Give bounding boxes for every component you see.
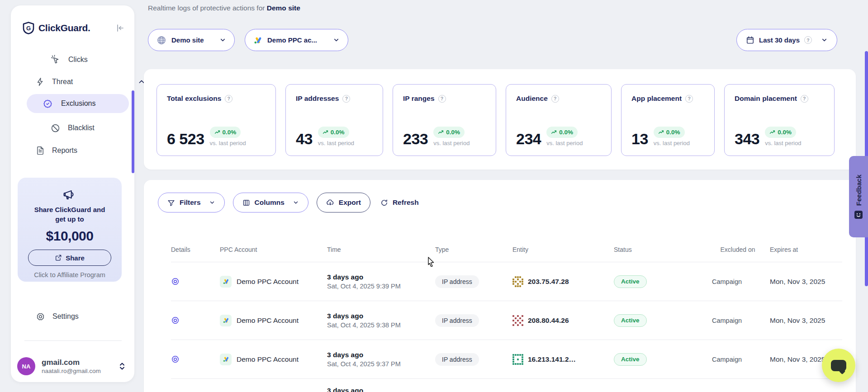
affiliate-program-link[interactable]: Click to Affiliate Program	[18, 271, 122, 279]
filters-button[interactable]: Filters	[158, 193, 225, 213]
exclusions-table: Details PPC Account Time Type Entity Sta…	[171, 237, 842, 392]
site-selector-dropdown[interactable]: Demo site	[148, 29, 235, 51]
help-icon[interactable]: ?	[551, 95, 559, 103]
sidebar-item-label: Blacklist	[68, 124, 95, 132]
sidebar: G ClickGuard. Clicks	[11, 5, 134, 382]
ppc-account-cell: Demo PPC Account	[220, 276, 327, 288]
chevron-down-icon	[209, 199, 215, 206]
stat-value: 43	[296, 131, 313, 146]
ppc-account-selector-dropdown[interactable]: Demo PPC ac...	[245, 29, 348, 51]
sidebar-collapse-icon[interactable]	[115, 24, 124, 33]
sidebar-item-exclusions[interactable]: Exclusions	[27, 94, 129, 113]
table-toolbar: Filters Columns	[144, 180, 856, 213]
subtitle-site-name: Demo site	[267, 4, 300, 12]
view-details-icon[interactable]	[171, 277, 220, 286]
affiliate-promo-card: Share ClickGuard and get up to $10,000 S…	[18, 178, 122, 282]
speech-bubble-icon	[831, 360, 846, 371]
ip-identicon	[512, 276, 523, 287]
trend-up-icon	[214, 129, 220, 135]
stat-delta-badge: 0.0%	[210, 127, 241, 138]
stat-caption: vs. last period	[210, 140, 246, 146]
clickguard-shield-icon: G	[23, 22, 34, 34]
help-icon[interactable]: ?	[801, 95, 808, 103]
export-button[interactable]: Export	[317, 193, 370, 213]
entity-cell: 16.213.141.2…	[512, 354, 614, 365]
cloud-download-icon	[326, 198, 334, 207]
stat-label: Audience	[516, 94, 548, 103]
sidebar-item-settings[interactable]: Settings	[36, 308, 79, 325]
chevron-up-down-icon	[119, 362, 125, 370]
stat-value: 6 523	[167, 131, 204, 146]
excluded-on-cell: Campaign	[706, 278, 770, 285]
time-cell: 3 days ago	[327, 387, 435, 392]
expires-at-cell: Mon, Nov 3, 2025	[770, 278, 842, 286]
date-range-dropdown[interactable]: Last 30 days ?	[736, 29, 837, 51]
google-ads-icon	[220, 315, 232, 326]
stats-panel: Total exclusions ? 6 523 0.0% vs. last p…	[144, 69, 856, 170]
view-details-icon[interactable]	[171, 355, 220, 364]
ip-identicon	[512, 315, 523, 326]
status-badge: Active	[614, 314, 647, 327]
clickguard-app: G ClickGuard. Clicks	[0, 0, 868, 392]
stat-label: Total exclusions	[167, 94, 221, 103]
chevron-down-icon	[293, 199, 299, 206]
account-email: naatali.ro@gmail.com	[42, 368, 101, 374]
help-icon[interactable]: ?	[438, 95, 446, 103]
stat-value: 343	[735, 131, 759, 146]
date-range-value: Last 30 days	[759, 36, 800, 44]
promo-amount: $10,000	[18, 228, 122, 244]
time-cell: 3 days ago Sat, Oct 4, 2025 9:39 PM	[327, 273, 435, 290]
col-header-entity: Entity	[512, 246, 614, 253]
trend-up-icon	[658, 129, 664, 135]
help-icon[interactable]: ?	[804, 36, 812, 44]
stat-delta-badge: 0.0%	[433, 127, 465, 138]
google-ads-icon	[220, 354, 232, 365]
google-ads-icon	[220, 276, 232, 288]
table-row[interactable]: Demo PPC Account 3 days ago Sat, Oct 4, …	[171, 301, 842, 340]
sidebar-item-label: Threat	[52, 78, 73, 86]
cursor-click-icon	[51, 55, 61, 65]
sidebar-item-reports[interactable]: Reports	[36, 142, 77, 159]
stat-delta-badge: 0.0%	[654, 127, 685, 138]
refresh-icon	[380, 199, 388, 207]
stat-caption: vs. last period	[546, 140, 583, 146]
columns-button[interactable]: Columns	[233, 193, 308, 213]
columns-icon	[242, 199, 250, 207]
stat-value: 233	[403, 131, 428, 146]
globe-icon	[157, 35, 166, 45]
chevron-down-icon	[333, 37, 340, 43]
share-button[interactable]: Share	[28, 250, 111, 266]
type-badge: IP address	[435, 314, 479, 327]
trend-up-icon	[551, 129, 557, 135]
mouse-cursor	[427, 257, 436, 267]
promo-text: Share ClickGuard and get up to	[29, 205, 110, 224]
col-header-expires-at: Expires at	[770, 246, 842, 253]
entity-cell: 208.80.44.26	[512, 315, 614, 326]
sidebar-item-blacklist[interactable]: Blacklist	[51, 120, 95, 136]
calendar-icon	[746, 36, 754, 44]
help-icon[interactable]: ?	[342, 95, 350, 103]
excluded-on-cell: Campaign	[706, 356, 770, 363]
help-icon[interactable]: ?	[225, 95, 232, 103]
stat-card-domain-placement: Domain placement ? 343 0.0% vs. last per…	[724, 84, 835, 156]
table-row[interactable]: 3 days ago	[171, 378, 842, 392]
sidebar-item-clicks[interactable]: Clicks	[51, 52, 88, 68]
chat-launcher-button[interactable]	[822, 349, 855, 382]
lightning-icon	[36, 77, 45, 87]
time-cell: 3 days ago Sat, Oct 4, 2025 9:38 PM	[327, 312, 435, 329]
account-switcher[interactable]: NA gmail.com naatali.ro@gmail.com	[17, 354, 128, 379]
table-row[interactable]: Demo PPC Account 3 days ago Sat, Oct 4, …	[171, 340, 842, 378]
sidebar-scrollbar[interactable]	[132, 90, 134, 173]
refresh-button[interactable]: Refresh	[379, 193, 421, 213]
feedback-tab[interactable]: Feedback	[849, 156, 868, 237]
stat-caption: vs. last period	[433, 140, 470, 146]
type-badge: IP address	[435, 353, 479, 366]
table-row[interactable]: Demo PPC Account 3 days ago Sat, Oct 4, …	[171, 262, 842, 301]
help-icon[interactable]: ?	[685, 95, 693, 103]
col-header-excluded-on: Excluded on	[706, 246, 770, 253]
sidebar-item-threat[interactable]: Threat	[36, 74, 73, 90]
view-details-icon[interactable]	[171, 316, 220, 325]
ppc-account-cell: Demo PPC Account	[220, 315, 327, 326]
stat-caption: vs. last period	[654, 140, 690, 146]
stat-delta-badge: 0.0%	[318, 127, 349, 138]
